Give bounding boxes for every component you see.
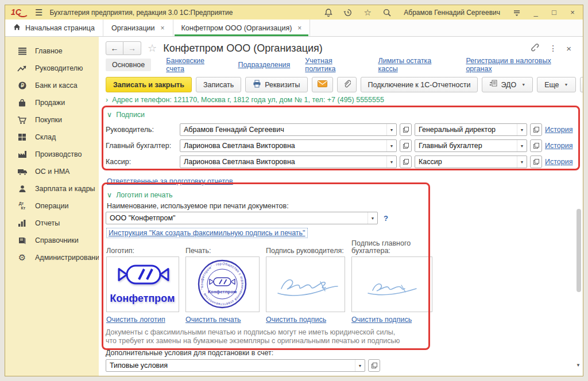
print-name-field[interactable]: ООО "Конфетпром" ▼ [106, 212, 378, 224]
open-button[interactable] [400, 155, 412, 168]
dropdown-icon[interactable]: ▼ [386, 124, 396, 135]
tab-subdivisions[interactable]: Подразделения [238, 61, 290, 69]
edo-doc-icon [489, 80, 497, 90]
sidebar-item-sales[interactable]: Продажи [5, 94, 99, 111]
sidebar-item-purchases[interactable]: Покупки [5, 111, 99, 129]
save-and-close-button[interactable]: Записать и закрыть [106, 77, 192, 92]
sidebar-item-main[interactable]: Главное [5, 42, 99, 60]
tab-close-icon[interactable]: × [297, 24, 301, 32]
edo-button[interactable]: ЭДО ▼ [482, 77, 533, 92]
history-icon[interactable] [343, 7, 353, 18]
dropdown-icon[interactable]: ▼ [386, 140, 396, 151]
accountant-name-field[interactable]: Ларионова Светлана Викторовна ▼ [180, 139, 397, 152]
vertical-scrollbar-thumb[interactable] [577, 209, 581, 292]
responsible-for-reports-link[interactable]: Ответственные за подготовку отчетов [107, 177, 233, 185]
open-button[interactable] [530, 139, 542, 152]
dropdown-icon[interactable]: ▼ [368, 212, 377, 224]
sidebar-item-administration[interactable]: ⚙ Администрирование [5, 249, 99, 266]
maximize-button[interactable]: □ [550, 8, 559, 17]
sidebar-item-salary-hr[interactable]: Зарплата и кадры [5, 180, 99, 197]
stamp-image[interactable]: Общество с ограниченной ответственностью… [185, 256, 260, 312]
clear-logo-link[interactable]: Очистить логотип [106, 316, 179, 324]
favorites-star-icon[interactable]: ☆ [362, 7, 373, 18]
details-button[interactable]: Реквизиты [245, 77, 307, 92]
accountant-signature-image[interactable] [351, 256, 432, 312]
notifications-bell-icon[interactable] [323, 7, 334, 18]
clear-stamp-link[interactable]: Очистить печать [185, 316, 260, 324]
accountant-position-field[interactable]: Главный бухгалтер ▼ [415, 139, 527, 152]
history-link[interactable]: История [545, 142, 576, 150]
logo-print-section-header[interactable]: ∨ Логотип и печать [107, 190, 576, 199]
envelope-icon [318, 80, 327, 89]
dropdown-icon[interactable]: ▼ [517, 156, 527, 168]
row-director: Руководитель: Абрамов Геннадий Сергеевич… [106, 123, 576, 136]
sidebar-item-manager[interactable]: Руководителю [5, 60, 99, 77]
open-button[interactable] [400, 139, 412, 152]
open-button[interactable] [530, 155, 542, 168]
factory-icon [17, 149, 28, 160]
tab-bank-accounts[interactable]: Банковские счета [166, 57, 223, 73]
clear-director-signature-link[interactable]: Очистить подпись [266, 316, 345, 324]
tab-organizations[interactable]: Организации × [103, 20, 173, 36]
tab-close-icon[interactable]: × [161, 24, 165, 32]
director-signature-image[interactable] [266, 256, 345, 312]
sidebar-item-production[interactable]: Производство [5, 146, 99, 163]
open-button[interactable] [530, 123, 542, 136]
dropdown-icon[interactable]: ▼ [517, 140, 527, 151]
clear-accountant-signature-link[interactable]: Очистить подпись [351, 316, 432, 324]
dt-kt-icon: Дт Кт [17, 201, 28, 211]
connect-1c-reporting-button[interactable]: Подключение к 1С-Отчетности [361, 77, 478, 92]
title-bar: 1С ☰ Бухгалтерия предприятия, редакция 3… [5, 5, 583, 20]
open-button[interactable] [400, 123, 412, 136]
history-link[interactable]: История [545, 158, 576, 166]
signatures-section-header[interactable]: ∨ Подписи [107, 110, 576, 119]
sidebar-item-bank-cash[interactable]: ₽ Банк и касса [5, 77, 99, 94]
get-link-icon[interactable] [530, 42, 540, 55]
invoice-conditions-field[interactable]: Типовые условия ▼ [106, 359, 365, 372]
form-toolbar: Записать и закрыть Записать Реквизиты По… [106, 77, 576, 92]
cashier-name-field[interactable]: Ларионова Светлана Викторовна ▼ [180, 155, 397, 168]
current-user[interactable]: Абрамов Геннадий Сергеевич [404, 9, 500, 17]
service-menu-icon[interactable] [512, 7, 522, 18]
tab-main[interactable]: Основное [106, 59, 151, 71]
help-button[interactable]: ? [580, 77, 583, 92]
help-question-icon[interactable]: ? [384, 214, 388, 223]
save-button[interactable]: Записать [196, 77, 241, 92]
tab-konfetprom[interactable]: Конфетпром ООО (Организация) × [173, 20, 311, 36]
close-window-button[interactable]: × [568, 8, 577, 17]
back-button[interactable]: ← [106, 41, 123, 55]
scroll-down-arrow-icon[interactable]: ▼ [576, 363, 581, 368]
minimize-button[interactable]: _ [531, 8, 540, 17]
main-menu-icon[interactable]: ☰ [35, 8, 42, 17]
attachments-button[interactable] [337, 77, 357, 92]
address-phone-group[interactable]: ›Адрес и телефон: 121170, Москва г, 1812… [106, 96, 576, 104]
tab-accounting-policy[interactable]: Учетная политика [305, 57, 363, 73]
sidebar-item-warehouse[interactable]: Склад [5, 129, 99, 146]
instruction-link[interactable]: Инструкция "Как создать факсимильную под… [106, 228, 308, 238]
director-name-field[interactable]: Абрамов Геннадий Сергеевич ▼ [180, 123, 397, 136]
sidebar-item-reports[interactable]: Отчеты [5, 215, 99, 232]
logo-image[interactable]: Конфетпром [106, 256, 179, 312]
dropdown-icon[interactable]: ▼ [355, 360, 365, 371]
cashier-position-field[interactable]: Кассир ▼ [415, 155, 527, 168]
forward-button[interactable]: → [123, 41, 141, 55]
more-actions-kebab-icon[interactable]: ⋮ [549, 44, 557, 53]
favorite-star-icon[interactable]: ☆ [148, 42, 157, 55]
director-position-field[interactable]: Генеральный директор ▼ [415, 123, 527, 136]
book-icon [17, 235, 28, 246]
open-button[interactable] [368, 359, 380, 372]
history-link[interactable]: История [545, 126, 576, 134]
sidebar-item-operations[interactable]: Дт Кт Операции [5, 197, 99, 215]
more-button[interactable]: Еще ▼ [537, 77, 575, 92]
search-icon[interactable] [382, 7, 392, 18]
dropdown-icon[interactable]: ▼ [517, 124, 527, 135]
tab-home[interactable]: Начальная страница [5, 20, 103, 36]
sidebar-item-references[interactable]: Справочники [5, 232, 99, 249]
director-signature-label: Подпись руководителя: [266, 242, 345, 256]
dropdown-icon[interactable]: ▼ [386, 156, 396, 168]
send-email-button[interactable] [312, 77, 333, 92]
sidebar-item-fixed-assets[interactable]: ОС и НМА [5, 163, 99, 180]
tab-tax-registrations[interactable]: Регистрации в налоговых органах [466, 57, 576, 73]
tab-cash-limits[interactable]: Лимиты остатка кассы [378, 57, 451, 73]
close-form-icon[interactable]: × [566, 44, 571, 53]
